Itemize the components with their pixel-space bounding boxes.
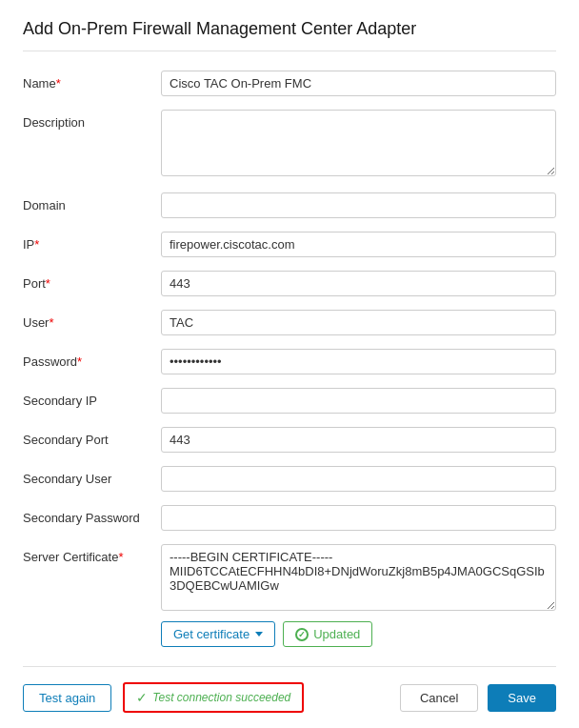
success-message-badge: ✓ Test connection succeeded (123, 682, 304, 713)
test-again-button[interactable]: Test again (23, 684, 111, 712)
port-input[interactable] (161, 271, 556, 296)
ip-label: IP* (23, 232, 161, 252)
domain-row: Domain (23, 192, 556, 218)
description-label: Description (23, 110, 161, 130)
password-label: Password* (23, 349, 161, 369)
save-button[interactable]: Save (488, 684, 556, 712)
secondary-port-row: Secondary Port (23, 427, 556, 453)
updated-badge: ✓ Updated (283, 621, 372, 647)
secondary-user-row: Secondary User (23, 466, 556, 492)
cert-actions: Get certificate ✓ Updated (161, 621, 556, 647)
server-cert-field: -----BEGIN CERTIFICATE----- MIID6TCCAtEC… (161, 544, 556, 647)
description-input[interactable] (161, 110, 556, 176)
get-certificate-button[interactable]: Get certificate (161, 621, 275, 647)
port-label: Port* (23, 271, 161, 291)
secondary-ip-label: Secondary IP (23, 388, 161, 408)
description-row: Description (23, 110, 556, 179)
description-field (161, 110, 556, 179)
password-field (161, 349, 556, 374)
secondary-password-field (161, 505, 556, 531)
updated-label: Updated (313, 627, 360, 641)
domain-field (161, 192, 556, 218)
port-row: Port* (23, 271, 556, 296)
server-cert-label: Server Certificate* (23, 544, 161, 564)
footer-left: Test again ✓ Test connection succeeded (23, 682, 304, 713)
user-input[interactable] (161, 310, 556, 335)
secondary-ip-row: Secondary IP (23, 388, 556, 414)
secondary-password-row: Secondary Password (23, 505, 556, 531)
password-row: Password* (23, 349, 556, 374)
domain-input[interactable] (161, 192, 556, 218)
name-label: Name* (23, 71, 161, 91)
success-check-icon: ✓ (136, 690, 148, 705)
ip-input[interactable] (161, 232, 556, 257)
get-cert-label: Get certificate (173, 627, 250, 641)
secondary-user-input[interactable] (161, 466, 556, 492)
secondary-port-label: Secondary Port (23, 427, 161, 447)
secondary-password-label: Secondary Password (23, 505, 161, 525)
secondary-password-input[interactable] (161, 505, 556, 531)
cancel-button[interactable]: Cancel (400, 684, 478, 712)
user-label: User* (23, 310, 161, 330)
name-input[interactable] (161, 71, 556, 96)
domain-label: Domain (23, 192, 161, 212)
footer-right: Cancel Save (400, 684, 556, 712)
secondary-port-input[interactable] (161, 427, 556, 453)
secondary-ip-field (161, 388, 556, 414)
password-input[interactable] (161, 349, 556, 374)
chevron-down-icon (255, 632, 263, 637)
user-field (161, 310, 556, 335)
server-cert-row: Server Certificate* -----BEGIN CERTIFICA… (23, 544, 556, 647)
port-field (161, 271, 556, 296)
footer-bar: Test again ✓ Test connection succeeded C… (23, 666, 556, 713)
user-row: User* (23, 310, 556, 335)
ip-field (161, 232, 556, 257)
secondary-ip-input[interactable] (161, 388, 556, 414)
page-title: Add On-Prem Firewall Management Center A… (23, 19, 556, 51)
check-circle-icon: ✓ (295, 628, 309, 641)
ip-row: IP* (23, 232, 556, 257)
secondary-port-field (161, 427, 556, 453)
name-row: Name* (23, 71, 556, 96)
success-message-text: Test connection succeeded (152, 691, 290, 704)
secondary-user-field (161, 466, 556, 492)
name-field (161, 71, 556, 96)
secondary-user-label: Secondary User (23, 466, 161, 486)
server-cert-input[interactable]: -----BEGIN CERTIFICATE----- MIID6TCCAtEC… (161, 544, 556, 611)
